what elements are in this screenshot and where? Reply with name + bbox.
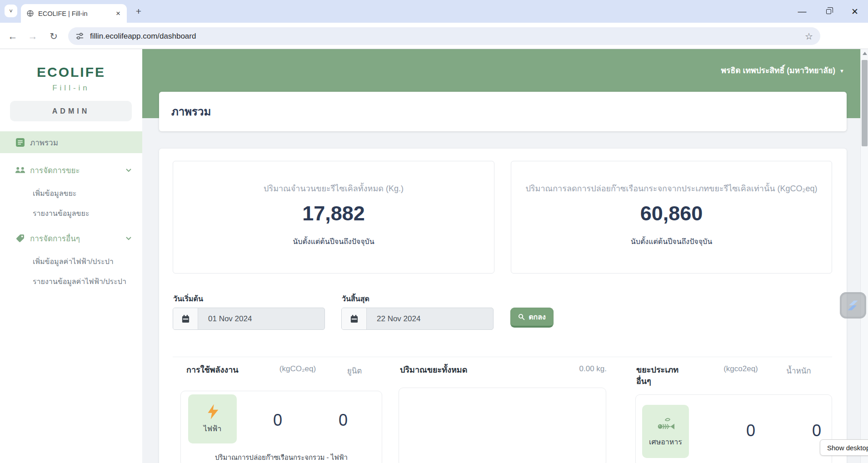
overview-icon xyxy=(15,138,25,147)
window-controls: — ✕ xyxy=(789,0,868,23)
submit-filter-label: ตกลง xyxy=(529,311,546,323)
electricity-label: ไฟฟ้า xyxy=(204,423,222,434)
calendar-icon xyxy=(173,308,198,329)
calendar-icon xyxy=(342,308,367,329)
other-waste-weight-value: 0 xyxy=(812,421,821,440)
tag-icon xyxy=(15,234,25,243)
user-name: พรธิด เทพประสิทธิ์ (มหาวิทยาลัย) xyxy=(721,64,836,77)
chevron-down-icon: ˅ xyxy=(9,8,13,15)
extension-widget[interactable] xyxy=(840,292,866,319)
stat-value: 60,860 xyxy=(640,202,703,225)
back-button[interactable]: ← xyxy=(6,30,20,43)
other-waste-card: เศษอาหาร 0 0 xyxy=(635,394,832,463)
energy-co2-value: 0 xyxy=(273,411,282,430)
new-tab-button[interactable]: + xyxy=(133,5,145,17)
energy-title: การใช้พลังงาน xyxy=(186,364,268,376)
start-date-input[interactable]: 01 Nov 2024 xyxy=(173,308,325,330)
page-title: ภาพรวม xyxy=(171,103,211,120)
sidebar-item-label: การจัดการอื่นๆ xyxy=(30,232,80,244)
browser-window: ˅ ECOLIFE | Fill-in × + — ✕ ← → ↻ fillin… xyxy=(0,0,868,463)
sidebar-item-waste-management[interactable]: การจัดการขยะ xyxy=(0,160,142,180)
tab-title: ECOLIFE | Fill-in xyxy=(38,10,111,17)
start-date-value: 01 Nov 2024 xyxy=(208,314,252,324)
other-waste-header: ขยะประเภท อื่นๆ (kgco2eq) น้ำหนัก xyxy=(636,364,832,387)
end-date-input[interactable]: 22 Nov 2024 xyxy=(341,308,494,330)
food-waste-tile: เศษอาหาร xyxy=(642,405,689,458)
food-waste-label: เศษอาหาร xyxy=(649,436,682,448)
sidebar: ECOLIFE Fill-in ADMIN ภาพรวม การจัดการขย… xyxy=(0,49,142,463)
other-waste-title: ขยะประเภท อื่นๆ xyxy=(636,364,711,387)
chevron-down-icon xyxy=(126,234,131,242)
other-waste-co2-value: 0 xyxy=(746,421,755,440)
page-scrollbar[interactable] xyxy=(860,49,868,463)
fishbone-icon xyxy=(656,416,675,433)
sidebar-item-add-waste-data[interactable]: เพิ่มข้อมูลขยะ xyxy=(33,185,76,201)
reload-button[interactable]: ↻ xyxy=(47,30,60,43)
forward-button[interactable]: → xyxy=(26,30,40,43)
search-icon xyxy=(518,314,525,320)
sidebar-item-other-management[interactable]: การจัดการอื่นๆ xyxy=(0,228,142,248)
waste-total-card xyxy=(399,388,606,463)
stat-label: ปริมาณจำนวนขยะรีไซเคิลทั้งหมด (Kg.) xyxy=(250,182,417,195)
energy-unit-value: 0 xyxy=(339,411,348,430)
address-bar[interactable]: fillin.ecolifeapp.com/dashboard ☆ xyxy=(68,27,820,45)
stat-caption: นับตั้งแต่ต้นปีจนถึงปัจจุบัน xyxy=(631,236,712,247)
sidebar-item-waste-report[interactable]: รายงานข้อมูลขยะ xyxy=(33,205,90,221)
other-waste-unit-col1: (kgco2eq) xyxy=(711,364,770,373)
lightning-icon xyxy=(206,403,219,420)
scrollbar-up-arrow-icon[interactable] xyxy=(863,52,867,55)
stat-label: ปริมาณการลดการปล่อยก๊าซเรือนกระจกจากประเ… xyxy=(512,182,831,195)
extension-logo-icon xyxy=(846,299,860,312)
caret-down-icon: ▼ xyxy=(839,68,844,74)
waste-total-title: ปริมาณขยะทั้งหมด xyxy=(400,364,579,376)
start-date-label: วันเริ่มต้น xyxy=(173,293,203,304)
close-button[interactable]: ✕ xyxy=(842,0,868,23)
waste-total-value: 0.00 kg. xyxy=(579,364,607,373)
sidebar-item-label: ภาพรวม xyxy=(30,136,58,149)
users-icon xyxy=(15,166,25,174)
electricity-tile: ไฟฟ้า xyxy=(188,394,237,443)
chevron-down-icon xyxy=(126,166,131,174)
sidebar-item-overview[interactable]: ภาพรวม xyxy=(0,131,142,153)
browser-tab[interactable]: ECOLIFE | Fill-in × xyxy=(21,4,127,23)
energy-unit-col2: ยูนิต xyxy=(327,364,382,377)
section-divider xyxy=(173,357,832,357)
tab-close-icon[interactable]: × xyxy=(115,9,121,18)
restore-button[interactable] xyxy=(815,0,842,23)
stat-card-recycle-total: ปริมาณจำนวนขยะรีไซเคิลทั้งหมด (Kg.) 17,8… xyxy=(173,161,494,274)
sidebar-item-add-utility-data[interactable]: เพิ่มข้อมูลค่าไฟฟ้า/ประปา xyxy=(33,253,114,269)
page-title-panel: ภาพรวม xyxy=(159,92,847,131)
stat-caption: นับตั้งแต่ต้นปีจนถึงปัจจุบัน xyxy=(293,236,374,247)
scrollbar-thumb[interactable] xyxy=(862,60,868,146)
sidebar-item-utility-report[interactable]: รายงานข้อมูลค่าไฟฟ้า/ประปา xyxy=(33,273,126,289)
other-waste-title-line1: ขยะประเภท xyxy=(636,364,711,376)
browser-toolbar: ← → ↻ fillin.ecolifeapp.com/dashboard ☆ … xyxy=(0,23,868,49)
end-date-value: 22 Nov 2024 xyxy=(377,314,420,324)
sidebar-item-label: การจัดการขยะ xyxy=(30,164,80,176)
user-menu[interactable]: พรธิด เทพประสิทธิ์ (มหาวิทยาลัย) ▼ xyxy=(721,64,844,77)
globe-favicon-icon xyxy=(26,10,34,17)
other-waste-title-line2: อื่นๆ xyxy=(636,376,711,387)
url-text: fillin.ecolifeapp.com/dashboard xyxy=(90,32,799,41)
submit-filter-button[interactable]: ตกลง xyxy=(510,308,554,328)
energy-caption: ปริมาณการปล่อยก๊าซเรือนกระจกรวม - ไฟฟ้า xyxy=(181,452,382,463)
app-logo-subtitle: Fill-in xyxy=(0,84,142,93)
app-logo: ECOLIFE xyxy=(0,65,142,80)
waste-total-header: ปริมาณขยะทั้งหมด 0.00 kg. xyxy=(400,364,607,376)
minimize-button[interactable]: — xyxy=(789,0,815,23)
end-date-label: วันสิ้นสุด xyxy=(342,293,369,304)
stat-value: 17,882 xyxy=(302,202,365,225)
site-info-icon[interactable] xyxy=(75,32,84,40)
other-waste-unit-col2: น้ำหนัก xyxy=(770,364,827,377)
restore-icon xyxy=(826,9,831,14)
role-badge: ADMIN xyxy=(10,101,132,121)
energy-unit-col1: (kgCO₂eq) xyxy=(268,364,327,373)
energy-header: การใช้พลังงาน (kgCO₂eq) ยูนิต xyxy=(186,364,382,377)
energy-card: ไฟฟ้า 0 0 ปริมาณการปล่อยก๊าซเรือนกระจกรว… xyxy=(180,391,382,463)
browser-tab-strip: ˅ ECOLIFE | Fill-in × + — ✕ xyxy=(0,0,868,23)
stat-card-ghg-reduction: ปริมาณการลดการปล่อยก๊าซเรือนกระจกจากประเ… xyxy=(511,161,832,274)
bookmark-star-icon[interactable]: ☆ xyxy=(805,31,813,42)
show-desktop-tooltip: Show desktop xyxy=(820,439,868,456)
tab-search-button[interactable]: ˅ xyxy=(5,5,17,17)
dashboard-content-card: ปริมาณจำนวนขยะรีไซเคิลทั้งหมด (Kg.) 17,8… xyxy=(159,149,847,463)
